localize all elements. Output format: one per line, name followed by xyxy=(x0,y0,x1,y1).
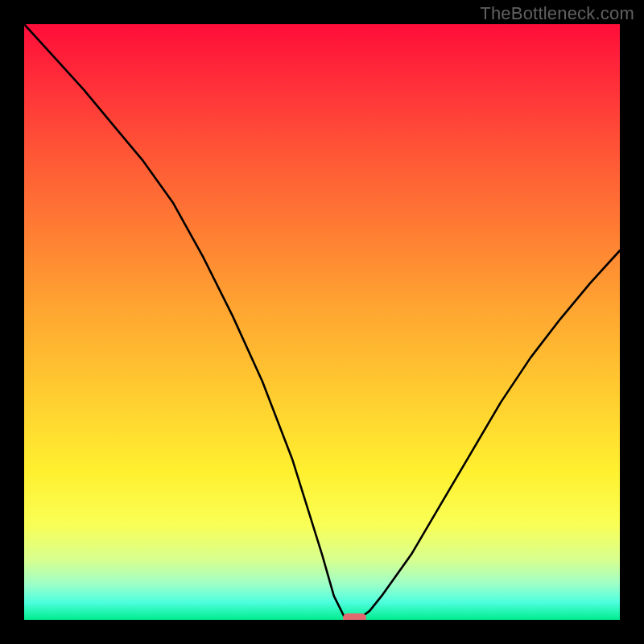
bottleneck-curve xyxy=(24,24,620,620)
chart-container: TheBottleneck.com xyxy=(0,0,644,644)
watermark-text: TheBottleneck.com xyxy=(480,3,634,24)
plot-area xyxy=(24,24,620,620)
optimal-marker xyxy=(343,613,367,620)
curve-layer xyxy=(24,24,620,620)
